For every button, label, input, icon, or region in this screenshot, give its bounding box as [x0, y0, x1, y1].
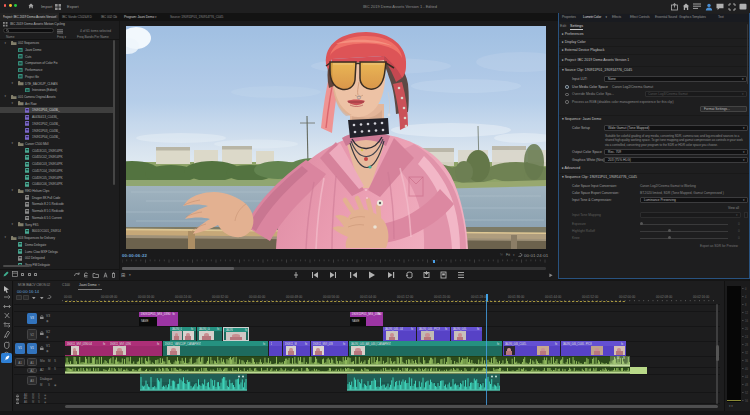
- svg-text:24: 24: [745, 335, 748, 339]
- svg-text:00:01:36:00: 00:01:36:00: [508, 295, 525, 299]
- svg-text:00:02:16:00: 00:02:16:00: [693, 295, 710, 299]
- svg-text:00:00:16:00: 00:00:16:00: [138, 295, 155, 299]
- svg-text:20: 20: [745, 327, 748, 331]
- svg-text:36: 36: [745, 359, 748, 363]
- svg-text:28: 28: [745, 343, 748, 347]
- svg-text:0: 0: [745, 287, 747, 291]
- svg-text:00:02:08:00: 00:02:08:00: [656, 295, 673, 299]
- svg-text:12: 12: [745, 311, 748, 315]
- svg-text:00:00:24:00: 00:00:24:00: [175, 295, 192, 299]
- svg-text:00:00:40:00: 00:00:40:00: [249, 295, 266, 299]
- svg-text:00:00:56:00: 00:00:56:00: [323, 295, 340, 299]
- svg-text:16: 16: [745, 319, 748, 323]
- svg-text:4: 4: [745, 295, 747, 299]
- svg-text:00:01:04:00: 00:01:04:00: [360, 295, 377, 299]
- svg-text:00:00: 00:00: [64, 295, 72, 299]
- svg-text:00:01:12:00: 00:01:12:00: [397, 295, 414, 299]
- svg-text:00:00:32:00: 00:00:32:00: [212, 295, 229, 299]
- svg-text:48: 48: [745, 383, 748, 387]
- svg-text:00:00:08:00: 00:00:08:00: [101, 295, 118, 299]
- svg-text:00:01:44:00: 00:01:44:00: [545, 295, 562, 299]
- svg-text:40: 40: [745, 367, 748, 371]
- svg-text:00:02:00:00: 00:02:00:00: [619, 295, 636, 299]
- svg-text:00:01:20:00: 00:01:20:00: [434, 295, 451, 299]
- svg-text:32: 32: [745, 351, 748, 355]
- svg-text:8: 8: [745, 303, 747, 307]
- svg-text:00:01:52:00: 00:01:52:00: [582, 295, 599, 299]
- svg-text:44: 44: [745, 375, 748, 379]
- svg-text:52: 52: [745, 391, 748, 395]
- svg-text:00:00:48:00: 00:00:48:00: [286, 295, 303, 299]
- svg-text:56: 56: [745, 399, 748, 403]
